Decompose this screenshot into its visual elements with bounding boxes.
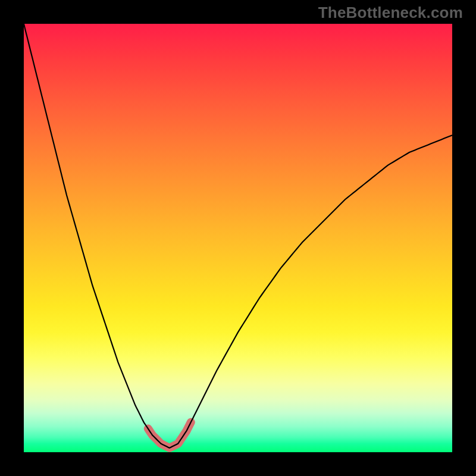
curve-path [24,24,452,448]
chart-frame: TheBottleneck.com [0,0,476,476]
plot-area [24,24,452,452]
bottleneck-curve [24,24,452,452]
watermark-text: TheBottleneck.com [318,4,463,22]
